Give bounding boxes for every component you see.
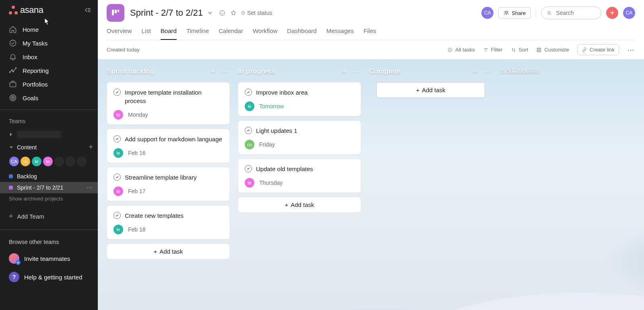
star-icon[interactable]: [230, 10, 237, 16]
task-title: Create new templates: [125, 211, 184, 220]
add-task-icon[interactable]: +: [211, 67, 215, 76]
nav-portfolios[interactable]: Portfolios: [0, 77, 98, 91]
tab-board[interactable]: Board: [161, 27, 177, 40]
tab-calendar[interactable]: Calendar: [219, 27, 243, 40]
quick-add-button[interactable]: +: [606, 7, 618, 19]
tab-messages[interactable]: Messages: [326, 27, 354, 40]
complete-check-icon[interactable]: [245, 89, 252, 96]
add-task-icon[interactable]: +: [473, 67, 478, 76]
help-getting-started[interactable]: ? Help & getting started: [0, 268, 98, 286]
task-card[interactable]: Add support for markdown languageleFeb 1…: [107, 129, 230, 163]
task-card[interactable]: Streamline template libraryteFeb 17: [107, 167, 230, 201]
assignee-avatar[interactable]: te: [114, 186, 123, 196]
help-label: Help & getting started: [24, 274, 82, 281]
column-title[interactable]: Complete: [369, 68, 400, 76]
complete-check-icon[interactable]: [114, 89, 121, 96]
set-status-button[interactable]: Set status: [242, 10, 272, 16]
assignee-avatar[interactable]: co: [245, 140, 254, 149]
customize-label: Customize: [544, 47, 569, 53]
column-more-icon[interactable]: ⋯: [483, 67, 492, 76]
share-button[interactable]: Share: [498, 7, 531, 19]
avatar[interactable]: ro: [20, 156, 31, 167]
tab-files[interactable]: Files: [363, 27, 376, 40]
browse-teams-link[interactable]: Browse other teams: [0, 236, 98, 249]
sort-button[interactable]: Sort: [511, 47, 528, 53]
add-task-button[interactable]: +Add task: [238, 197, 361, 213]
search-box[interactable]: [541, 6, 601, 19]
task-card[interactable]: Update old templatesteThursday: [238, 159, 361, 193]
task-card[interactable]: Improve template installation processteM…: [107, 82, 230, 125]
main: Sprint - 2/7 to 2/21 Set status CA Share: [98, 0, 644, 310]
add-task-button[interactable]: +Add task: [107, 244, 230, 259]
assignee-avatar[interactable]: te: [114, 110, 123, 120]
project-tile-icon[interactable]: [107, 4, 124, 22]
nav-inbox[interactable]: Inbox: [0, 50, 98, 64]
due-date: Feb 18: [128, 226, 146, 233]
project-title-text: Sprint - 2/7 to 2/21: [130, 8, 203, 18]
sidebar: asana Home My Tasks Inbox Reporting Port…: [0, 0, 98, 310]
all-tasks-filter[interactable]: All tasks: [447, 47, 475, 53]
nav-my-tasks[interactable]: My Tasks: [0, 36, 98, 50]
sidebar-footer: Browse other teams Invite teammates ? He…: [0, 230, 98, 286]
create-link-button[interactable]: Create link: [577, 44, 619, 55]
avatar[interactable]: CA: [9, 156, 19, 167]
avatar[interactable]: te: [43, 156, 53, 167]
column-title[interactable]: In progress: [238, 68, 275, 76]
toolbar-more-icon[interactable]: ⋯: [627, 45, 635, 54]
assignee-avatar[interactable]: te: [245, 178, 254, 188]
tab-overview[interactable]: Overview: [107, 27, 132, 40]
project-more-icon[interactable]: ⋯: [87, 184, 93, 191]
logo[interactable]: asana: [9, 5, 43, 15]
assignee-avatar[interactable]: le: [114, 225, 123, 234]
team-row-hidden[interactable]: [0, 128, 98, 141]
column-more-icon[interactable]: ⋯: [221, 67, 230, 76]
add-task-button[interactable]: +Add task: [376, 82, 485, 98]
customize-button[interactable]: Customize: [536, 47, 569, 53]
show-archived-link[interactable]: Show archived projects: [0, 193, 98, 207]
nav-reporting[interactable]: Reporting: [0, 64, 98, 77]
add-task-icon[interactable]: +: [342, 67, 347, 76]
header-member-avatar[interactable]: CA: [481, 7, 493, 19]
task-card[interactable]: Improve inbox arealeTomorrow: [238, 82, 361, 116]
user-avatar[interactable]: CA: [623, 7, 635, 19]
collapse-sidebar-button[interactable]: [84, 6, 91, 14]
svg-point-8: [12, 97, 14, 99]
column-more-icon[interactable]: ⋯: [352, 67, 361, 76]
sort-label: Sort: [519, 47, 528, 53]
add-section-button[interactable]: + Add section: [500, 67, 539, 74]
due-date: Monday: [128, 112, 148, 118]
project-row-sprint[interactable]: Sprint - 2/7 to 2/21 ⋯: [0, 182, 98, 193]
project-title[interactable]: Sprint - 2/7 to 2/21: [130, 8, 213, 18]
complete-check-icon[interactable]: [114, 174, 121, 181]
chevron-down-icon[interactable]: [207, 10, 213, 16]
task-card[interactable]: Light updates 1coFriday: [238, 120, 361, 155]
check-circle-icon: [9, 39, 17, 47]
nav-goals[interactable]: Goals: [0, 91, 98, 105]
tab-timeline[interactable]: Timeline: [186, 27, 209, 40]
complete-check-icon[interactable]: [114, 212, 121, 219]
info-icon[interactable]: [219, 10, 225, 16]
avatar[interactable]: le: [31, 156, 42, 167]
team-row-content[interactable]: Content +: [0, 141, 98, 154]
svg-rect-20: [540, 50, 541, 52]
tab-workflow[interactable]: Workflow: [253, 27, 277, 40]
assignee-avatar[interactable]: le: [245, 101, 254, 111]
invite-teammates[interactable]: Invite teammates: [0, 249, 98, 268]
project-label: Sprint - 2/7 to 2/21: [17, 184, 63, 191]
assignee-avatar[interactable]: le: [114, 148, 123, 158]
tab-list[interactable]: List: [142, 27, 151, 40]
team-name-redacted: [17, 131, 61, 138]
complete-check-icon[interactable]: [114, 135, 121, 143]
add-project-icon[interactable]: +: [89, 143, 93, 151]
filter-button[interactable]: Filter: [483, 47, 503, 53]
task-card[interactable]: Create new templatesleFeb 18: [107, 205, 230, 240]
complete-check-icon[interactable]: [245, 165, 252, 172]
toolbar: Created today All tasks Filter Sort Cust…: [98, 40, 644, 60]
complete-check-icon[interactable]: [245, 127, 252, 134]
project-row-backlog[interactable]: Backlog: [0, 171, 98, 182]
add-team-button[interactable]: + Add Team: [0, 207, 98, 226]
column-title[interactable]: Sprint backlog: [107, 68, 154, 76]
tab-dashboard[interactable]: Dashboard: [287, 27, 316, 40]
search-input[interactable]: [555, 9, 595, 17]
nav-label: My Tasks: [23, 40, 47, 47]
